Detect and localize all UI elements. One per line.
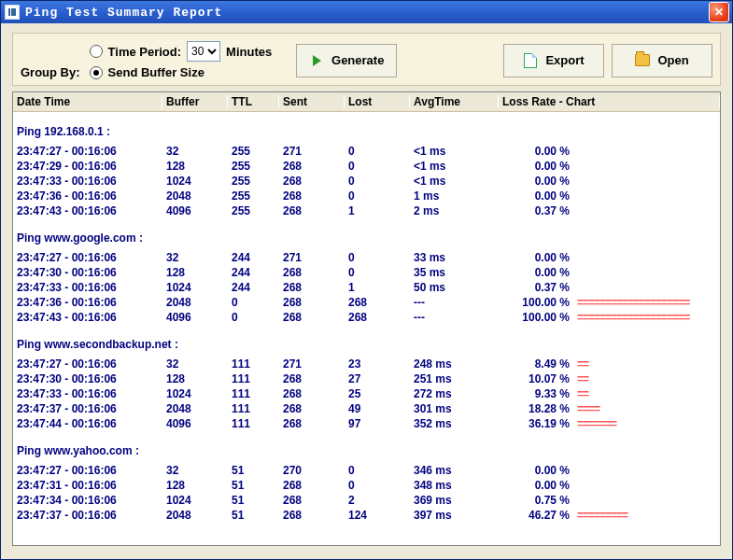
cell-buffer: 32 bbox=[162, 463, 228, 478]
col-datetime[interactable]: Date Time bbox=[13, 95, 162, 108]
cell-avgtime: 348 ms bbox=[410, 478, 499, 493]
cell-lossrate: 0.00 % bbox=[499, 463, 573, 478]
cell-lost: 0 bbox=[345, 159, 410, 174]
cell-lost: 268 bbox=[345, 295, 410, 310]
period-select[interactable]: 30 bbox=[187, 41, 220, 62]
cell-buffer: 1024 bbox=[162, 386, 228, 401]
cell-lossrate: 0.00 % bbox=[499, 159, 573, 174]
cell-datetime: 23:47:44 - 00:16:06 bbox=[13, 416, 162, 431]
table-row[interactable]: 23:47:31 - 00:16:06128512680348 ms0.00 % bbox=[13, 478, 720, 493]
cell-ttl: 255 bbox=[228, 144, 279, 159]
cell-datetime: 23:47:27 - 00:16:06 bbox=[13, 357, 162, 371]
cell-lost: 0 bbox=[345, 463, 410, 478]
close-button[interactable]: ✕ bbox=[709, 2, 729, 22]
table-row[interactable]: 23:47:27 - 00:16:06322552710<1 ms0.00 % bbox=[13, 144, 720, 159]
cell-lossrate: 46.27 % bbox=[499, 508, 573, 523]
cell-avgtime: --- bbox=[410, 310, 499, 325]
cell-sent: 268 bbox=[279, 508, 345, 523]
col-lost[interactable]: Lost bbox=[345, 95, 410, 108]
radio-time-period[interactable]: Time Period: 30 Minutes bbox=[90, 41, 273, 62]
cell-buffer: 2048 bbox=[162, 189, 228, 203]
table-row[interactable]: 23:47:27 - 00:16:0632512700346 ms0.00 % bbox=[13, 463, 720, 478]
export-label: Export bbox=[545, 53, 584, 67]
table-row[interactable]: 23:47:33 - 00:16:0610242552680<1 ms0.00 … bbox=[13, 174, 720, 189]
cell-sent: 268 bbox=[279, 371, 345, 386]
cell-chart bbox=[573, 463, 720, 478]
table-row[interactable]: 23:47:37 - 00:16:06204811126849301 ms18.… bbox=[13, 401, 720, 416]
table-row[interactable]: 23:47:44 - 00:16:06409611126897352 ms36.… bbox=[13, 416, 720, 431]
col-lossrate[interactable]: Loss Rate - Chart bbox=[499, 95, 720, 108]
cell-lost: 97 bbox=[345, 416, 410, 431]
cell-avgtime: 346 ms bbox=[410, 463, 499, 478]
table-row[interactable]: 23:47:33 - 00:16:06102411126825272 ms9.3… bbox=[13, 386, 720, 401]
cell-lossrate: 0.00 % bbox=[499, 478, 573, 493]
radio-icon bbox=[90, 66, 103, 79]
cell-datetime: 23:47:43 - 00:16:06 bbox=[13, 203, 162, 218]
cell-ttl: 51 bbox=[228, 463, 279, 478]
radio-time-label: Time Period: bbox=[108, 45, 182, 59]
cell-chart bbox=[573, 144, 720, 159]
cell-buffer: 1024 bbox=[162, 174, 228, 189]
table-row[interactable]: 23:47:33 - 00:16:061024244268150 ms0.37 … bbox=[13, 280, 720, 295]
cell-datetime: 23:47:27 - 00:16:06 bbox=[13, 463, 162, 478]
table-row[interactable]: 23:47:30 - 00:16:06128244268035 ms0.00 % bbox=[13, 265, 720, 280]
cell-lossrate: 8.49 % bbox=[499, 357, 573, 371]
cell-chart: == bbox=[573, 386, 720, 401]
cell-chart: ==================== bbox=[573, 295, 720, 310]
cell-sent: 268 bbox=[279, 478, 345, 493]
cell-lost: 27 bbox=[345, 371, 410, 386]
cell-chart: ======= bbox=[573, 416, 720, 431]
cell-chart: == bbox=[573, 371, 720, 386]
table-row[interactable]: 23:47:43 - 00:16:06409625526812 ms0.37 % bbox=[13, 203, 720, 218]
cell-ttl: 255 bbox=[228, 174, 279, 189]
cell-sent: 271 bbox=[279, 144, 345, 159]
cell-ttl: 111 bbox=[228, 357, 279, 371]
col-avgtime[interactable]: AvgTime bbox=[410, 95, 499, 108]
period-unit: Minutes bbox=[226, 45, 272, 59]
cell-sent: 268 bbox=[279, 280, 345, 295]
cell-lossrate: 0.00 % bbox=[499, 189, 573, 203]
cell-sent: 268 bbox=[279, 203, 345, 218]
export-button[interactable]: Export bbox=[503, 44, 604, 77]
table-row[interactable]: 23:47:37 - 00:16:06204851268124397 ms46.… bbox=[13, 508, 720, 523]
cell-lossrate: 100.00 % bbox=[499, 295, 573, 310]
cell-ttl: 244 bbox=[228, 265, 279, 280]
table-row[interactable]: 23:47:27 - 00:16:063211127123248 ms8.49 … bbox=[13, 357, 720, 371]
open-button[interactable]: Open bbox=[612, 44, 712, 77]
table-row[interactable]: 23:47:36 - 00:16:0620480268268---100.00 … bbox=[13, 295, 720, 310]
cell-datetime: 23:47:43 - 00:16:06 bbox=[13, 310, 162, 325]
cell-sent: 268 bbox=[279, 401, 345, 416]
radio-buffer-size[interactable]: Send Buffer Size bbox=[90, 65, 273, 79]
cell-sent: 268 bbox=[279, 310, 345, 325]
table-row[interactable]: 23:47:30 - 00:16:0612811126827251 ms10.0… bbox=[13, 371, 720, 386]
cell-sent: 268 bbox=[279, 159, 345, 174]
cell-avgtime: 33 ms bbox=[410, 250, 499, 265]
cell-lossrate: 0.75 % bbox=[499, 493, 573, 508]
table-row[interactable]: 23:47:36 - 00:16:06204825526801 ms0.00 % bbox=[13, 189, 720, 203]
table-row[interactable]: 23:47:34 - 00:16:061024512682369 ms0.75 … bbox=[13, 493, 720, 508]
table-row[interactable]: 23:47:27 - 00:16:0632244271033 ms0.00 % bbox=[13, 250, 720, 265]
cell-sent: 268 bbox=[279, 189, 345, 203]
cell-chart bbox=[573, 478, 720, 493]
cell-buffer: 4096 bbox=[162, 416, 228, 431]
generate-button[interactable]: Generate bbox=[296, 44, 397, 77]
cell-lost: 49 bbox=[345, 401, 410, 416]
cell-chart bbox=[573, 280, 720, 295]
cell-lossrate: 36.19 % bbox=[499, 416, 573, 431]
cell-lost: 0 bbox=[345, 189, 410, 203]
col-ttl[interactable]: TTL bbox=[228, 95, 279, 108]
cell-avgtime: 1 ms bbox=[410, 189, 499, 203]
grid-body[interactable]: Ping 192.168.0.1 :23:47:27 - 00:16:06322… bbox=[13, 112, 720, 545]
cell-buffer: 4096 bbox=[162, 203, 228, 218]
table-row[interactable]: 23:47:43 - 00:16:0640960268268---100.00 … bbox=[13, 310, 720, 325]
cell-chart bbox=[573, 265, 720, 280]
col-buffer[interactable]: Buffer bbox=[162, 95, 228, 108]
cell-avgtime: 248 ms bbox=[410, 357, 499, 371]
table-row[interactable]: 23:47:29 - 00:16:061282552680<1 ms0.00 % bbox=[13, 159, 720, 174]
cell-lost: 1 bbox=[345, 203, 410, 218]
cell-sent: 268 bbox=[279, 174, 345, 189]
cell-ttl: 111 bbox=[228, 401, 279, 416]
col-sent[interactable]: Sent bbox=[279, 95, 345, 108]
cell-ttl: 244 bbox=[228, 250, 279, 265]
cell-buffer: 32 bbox=[162, 250, 228, 265]
